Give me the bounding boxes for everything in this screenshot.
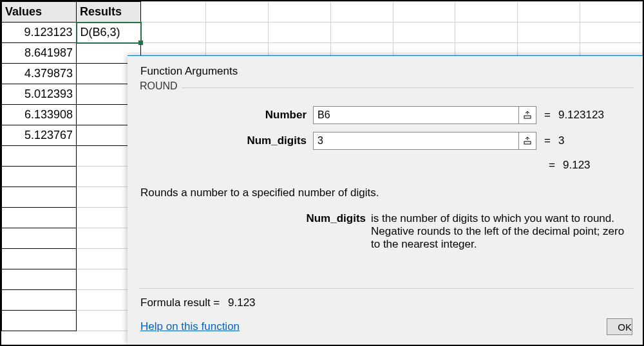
ok-button[interactable]: OK (607, 318, 632, 335)
cell[interactable] (2, 167, 77, 187)
value-cell[interactable]: 4.379873 (2, 64, 77, 84)
numdigits-input[interactable] (313, 132, 519, 150)
arg-description-name: Num_digits (140, 212, 371, 251)
ref-edit-button-numdigits[interactable] (518, 132, 536, 150)
cell[interactable] (330, 23, 393, 43)
dialog-bottom-row: Help on this function OK (128, 318, 644, 335)
svg-rect-1 (524, 141, 531, 144)
collapse-dialog-icon (523, 136, 532, 145)
cell[interactable] (141, 2, 206, 23)
cell[interactable] (455, 2, 518, 23)
dialog-title: Function Arguments (128, 56, 644, 84)
ref-edit-button-number[interactable] (518, 106, 536, 124)
arg-description-text: is the number of digits to which you wan… (371, 212, 632, 251)
cell[interactable] (2, 146, 77, 167)
arg-label-number: Number (146, 109, 313, 122)
cell[interactable] (393, 2, 455, 23)
cell[interactable] (580, 23, 643, 43)
cell[interactable] (518, 23, 580, 43)
header-values[interactable]: Values (2, 2, 77, 23)
value-cell[interactable]: 6.133908 (2, 105, 77, 125)
cell[interactable] (2, 311, 77, 331)
cell[interactable] (269, 23, 331, 43)
svg-rect-0 (524, 116, 531, 118)
arg-row-numdigits: Num_digits = 3 (146, 128, 634, 154)
cell[interactable] (455, 23, 518, 43)
cell[interactable] (2, 290, 77, 311)
function-arguments-dialog: Function Arguments ROUND Number = 9.1231… (128, 55, 644, 345)
cell[interactable] (518, 2, 580, 23)
collapse-dialog-icon (523, 111, 532, 120)
cell[interactable] (269, 2, 331, 23)
cell[interactable] (2, 249, 77, 269)
equals-sign: = (549, 159, 555, 172)
arg-row-number: Number = 9.123123 (146, 102, 634, 128)
function-fieldset: ROUND Number = 9.123123 Num_digits = 3 =… (139, 87, 634, 179)
equals-sign: = (544, 134, 551, 147)
function-description: Rounds a number to a specified number of… (128, 183, 644, 203)
cell[interactable] (2, 208, 77, 228)
active-cell[interactable]: D(B6,3) (77, 23, 141, 43)
cell[interactable] (206, 2, 269, 23)
value-cell[interactable]: 9.123123 (2, 23, 77, 43)
cell[interactable] (2, 187, 77, 208)
arg-label-numdigits: Num_digits (146, 134, 313, 147)
cell[interactable] (2, 228, 77, 249)
formula-result-label: Formula result = (140, 296, 220, 309)
cell[interactable] (330, 2, 393, 23)
formula-result-value: 9.123 (228, 296, 256, 309)
function-name-label: ROUND (136, 80, 182, 92)
formula-text: D(B6,3) (80, 26, 120, 39)
result-row: = 9.123 (139, 154, 634, 179)
arg-description-row: Num_digits is the number of digits to wh… (128, 203, 644, 256)
fill-handle[interactable] (138, 41, 143, 45)
number-eval: 9.123123 (558, 109, 604, 122)
number-input[interactable] (313, 106, 519, 124)
help-link[interactable]: Help on this function (140, 320, 240, 333)
cell[interactable] (393, 23, 455, 43)
result-eval: 9.123 (563, 159, 621, 172)
divider (139, 288, 634, 289)
value-cell[interactable]: 5.012393 (2, 84, 77, 105)
cell[interactable] (141, 23, 206, 43)
value-cell[interactable]: 8.641987 (2, 43, 77, 64)
value-cell[interactable]: 5.123767 (2, 125, 77, 146)
header-results[interactable]: Results (77, 2, 141, 23)
cell[interactable] (2, 269, 77, 290)
numdigits-eval: 3 (558, 134, 564, 147)
cell[interactable] (580, 2, 643, 23)
formula-result-row: Formula result = 9.123 (128, 294, 644, 318)
cell[interactable] (206, 23, 269, 43)
equals-sign: = (544, 109, 551, 122)
